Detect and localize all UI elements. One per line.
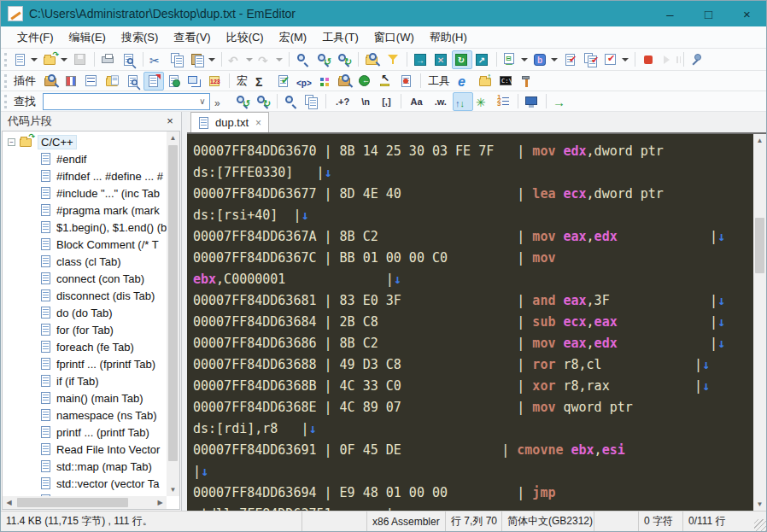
undo-button[interactable]: ↶ [225,50,255,69]
copy-button[interactable] [167,50,188,69]
resize-grip[interactable] [754,519,766,531]
plugin-open-documents-button[interactable] [102,72,123,91]
dropdown-arrow-icon[interactable] [246,58,253,61]
record-macro-button[interactable] [639,50,659,69]
tool-folder-up-button[interactable]: ↑ [476,72,496,91]
scroll-up-icon[interactable]: ▲ [753,134,766,147]
outline-button[interactable]: ⊟— [501,50,530,69]
save-button[interactable] [70,50,91,69]
toolbar-overflow-button[interactable]: » [212,92,232,111]
minimize-button[interactable]: – [651,1,689,26]
filter-button[interactable] [383,50,403,69]
dropdown-arrow-icon[interactable] [521,58,528,61]
escape-sequence-toggle-button[interactable]: \n [355,92,376,111]
redo-button[interactable]: ↷ [255,50,285,69]
editor-text-area[interactable]: 00007FF84DD63670 | 8B 14 25 30 03 FE 7F … [187,134,753,511]
macro-back-button[interactable]: ← [355,72,376,91]
status-syntax[interactable]: x86 Assembler [366,512,445,531]
snippet-item[interactable]: for (for Tab) [3,321,167,338]
scroll-up-icon[interactable]: ▲ [167,132,179,144]
jump-button[interactable]: → [550,92,571,111]
bookmarks-button[interactable]: b [530,50,560,69]
wrap-by-page-button[interactable]: ↗ [472,50,493,69]
pin-button[interactable] [688,50,708,69]
status-encoding[interactable]: 简体中文(GB2312) [501,512,594,531]
snippet-item[interactable]: #pragma mark (mark [3,202,167,219]
wrap-by-window-button[interactable]: ↻ [452,50,472,69]
menu-item-5[interactable]: 宏(M) [272,26,315,49]
find-previous-button[interactable]: ↺ [313,50,334,69]
close-button[interactable]: × [728,1,766,26]
snippet-item[interactable]: connect (con Tab) [3,270,167,287]
scroll-right-icon[interactable]: ▶ [154,496,167,509]
plugin-word-count-button[interactable]: 123 [205,72,225,91]
print-preview-button[interactable] [119,50,139,69]
macro-validate-button[interactable]: ✔ [273,72,294,91]
no-wrap-button[interactable]: → [411,50,431,69]
incremental-search-toggle-button[interactable]: ↑↓ [453,92,473,111]
combo-dropdown-icon[interactable]: ∨ [196,94,209,109]
snippet-item[interactable]: #endif [3,150,167,167]
whole-word-toggle-button[interactable]: .w. [429,92,453,111]
highlight-all-button[interactable]: ✳ [473,92,494,111]
macro-sigma-button[interactable]: Σ [253,72,273,91]
tree-collapse-icon[interactable]: − [8,138,15,146]
snippet-item[interactable]: foreach (fe Tab) [3,338,167,355]
snippet-item[interactable]: fprintf ... (fprintf Tab) [3,355,167,372]
snippet-item[interactable]: namespace (ns Tab) [3,406,167,424]
check-document-button[interactable]: ✔ [560,50,581,69]
options-check-button[interactable]: ✔ [601,50,631,69]
display-options-button[interactable] [522,92,542,111]
snippet-item[interactable]: disconnect (dis Tab) [3,287,167,304]
macro-record-doc-button[interactable] [396,72,417,91]
plugin-web-preview-button[interactable] [164,72,184,91]
new-file-button[interactable] [10,50,40,69]
toolbar-grip[interactable] [4,74,7,88]
search-dialog-button[interactable] [281,92,302,111]
macro-ptag-button[interactable]: <p> [294,72,314,91]
scroll-down-icon[interactable]: ▼ [753,498,766,511]
wrap-by-characters-button[interactable]: ✕ [431,50,452,69]
menu-item-1[interactable]: 编辑(E) [61,26,114,49]
scroll-left-icon[interactable]: ◀ [3,496,15,509]
dropdown-arrow-icon[interactable] [551,58,558,61]
plugin-html-bar-button[interactable] [61,72,82,91]
menu-item-8[interactable]: 帮助(H) [422,26,475,49]
tool-command-prompt-button[interactable]: C:\ [496,72,517,91]
filter-lines-button[interactable]: 123 [494,92,514,111]
run-macro-button[interactable] [659,50,680,69]
toolbar-grip[interactable] [4,53,7,67]
plugin-search-button[interactable] [123,72,143,91]
tab-dup-txt[interactable]: dup.txt × [190,112,269,132]
maximize-button[interactable]: □ [689,1,728,26]
dropdown-arrow-icon[interactable] [208,58,215,61]
find-button[interactable] [293,50,313,69]
plugin-outline-button[interactable] [82,72,102,91]
macro-find-folders-button[interactable] [335,72,355,91]
status-line-count[interactable]: 0/111 行 [682,512,732,531]
snippet-item[interactable]: std::map (map Tab) [3,458,167,475]
menu-item-2[interactable]: 搜索(S) [114,26,166,49]
snippet-item[interactable]: #include "..." (inc Tab [3,184,167,202]
snippet-item[interactable]: #ifndef ... #define ... # [3,167,167,184]
find-next-button[interactable]: ↻ [334,50,354,69]
number-range-toggle-button[interactable]: [,] [376,92,396,111]
snippet-item[interactable]: main() (main Tab) [3,389,167,406]
plugin-explorer-button[interactable] [41,72,61,91]
dropdown-arrow-icon[interactable] [276,58,283,61]
scroll-down-icon[interactable]: ▼ [167,483,179,496]
snippets-vertical-scrollbar[interactable]: ▲ ▼ [167,132,179,496]
scrollbar-thumb[interactable] [17,498,128,507]
macro-colors-button[interactable] [314,72,335,91]
menu-item-0[interactable]: 文件(F) [9,26,61,49]
snippets-horizontal-scrollbar[interactable]: ◀ ▶ [3,496,167,509]
tool-browser-button[interactable]: e [455,72,476,91]
snippet-item[interactable]: Block Comment (/* T [3,236,167,253]
plugin-window-list-button[interactable] [184,72,205,91]
scrollbar-thumb[interactable] [755,218,764,273]
dropdown-arrow-icon[interactable] [622,58,629,61]
paste-button[interactable] [188,50,218,69]
snippet-item[interactable]: printf ... (printf Tab) [3,424,167,441]
search-all-documents-button[interactable] [302,92,322,111]
search-next-button[interactable]: ↻ [253,92,273,111]
